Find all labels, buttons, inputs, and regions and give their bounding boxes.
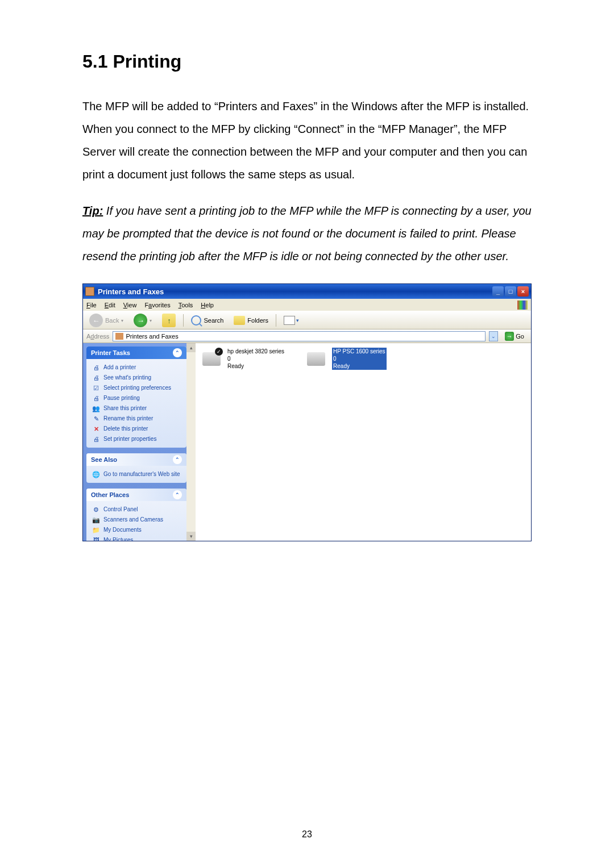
body-paragraph: The MFP will be added to “Printers and F… xyxy=(82,95,532,186)
back-button: ← Back ▾ xyxy=(85,313,127,328)
sidebar: ▴ ▾ Printer Tasks ⌃ 🖨Add a printer 🖨See … xyxy=(83,343,196,541)
panel-see-also: See Also ⌃ 🌐Go to manufacturer's Web sit… xyxy=(86,453,186,483)
up-folder-icon xyxy=(162,314,176,327)
titlebar: Printers and Faxes _ □ × xyxy=(83,284,531,299)
panel-title: See Also xyxy=(91,456,117,463)
link-my-pictures[interactable]: 🖼My Pictures xyxy=(92,535,181,541)
link-scanners[interactable]: 📷Scanners and Cameras xyxy=(92,515,181,525)
task-see-printing[interactable]: 🖨See what's printing xyxy=(92,373,181,383)
printer-name: hp deskjet 3820 series xyxy=(227,348,284,355)
collapse-icon: ⌃ xyxy=(173,490,182,499)
search-icon xyxy=(191,315,201,326)
collapse-icon: ⌃ xyxy=(173,455,182,464)
folders-label: Folders xyxy=(247,317,268,324)
scrollbar-track[interactable] xyxy=(186,352,196,532)
toolbar-separator xyxy=(276,314,276,327)
printer-status: Ready xyxy=(332,362,387,370)
scroll-up-button[interactable]: ▴ xyxy=(186,343,196,352)
menu-view[interactable]: View xyxy=(123,302,137,308)
scroll-down-button[interactable]: ▾ xyxy=(186,532,196,541)
link-manufacturer[interactable]: 🌐Go to manufacturer's Web site xyxy=(92,469,181,479)
address-dropdown[interactable]: ⌄ xyxy=(489,331,498,341)
share-icon: 👥 xyxy=(92,404,100,412)
add-printer-icon: 🖨 xyxy=(92,364,100,372)
menu-favorites[interactable]: Favorites xyxy=(144,302,170,308)
content-area: ▴ ▾ Printer Tasks ⌃ 🖨Add a printer 🖨See … xyxy=(83,343,531,541)
menu-edit[interactable]: Edit xyxy=(105,302,115,308)
documents-icon: 📁 xyxy=(92,526,100,534)
default-check-icon: ✓ xyxy=(215,348,223,356)
addressbar: Address Printers and Faxes ⌄ → Go xyxy=(83,329,531,343)
folders-button[interactable]: Folders xyxy=(230,313,272,328)
search-label: Search xyxy=(204,317,223,324)
windows-flag-icon xyxy=(517,301,528,310)
prefs-icon: ☑ xyxy=(92,384,100,392)
panel-header-see-also[interactable]: See Also ⌃ xyxy=(86,453,186,466)
printer-docs: 0 xyxy=(227,355,284,362)
task-properties[interactable]: 🖨Set printer properties xyxy=(92,434,181,444)
menu-help[interactable]: Help xyxy=(201,302,214,308)
address-value: Printers and Faxes xyxy=(126,333,178,340)
panel-header-printer-tasks[interactable]: Printer Tasks ⌃ xyxy=(86,347,186,359)
control-panel-icon: ⚙ xyxy=(92,506,100,514)
delete-icon: ✕ xyxy=(92,425,100,433)
forward-button[interactable]: → ▾ xyxy=(130,313,156,328)
page-number: 23 xyxy=(0,829,614,840)
folders-icon xyxy=(234,316,245,325)
collapse-icon: ⌃ xyxy=(173,348,182,357)
panel-title: Printer Tasks xyxy=(91,349,130,356)
forward-arrow-icon: → xyxy=(134,314,147,327)
panel-title: Other Places xyxy=(91,491,129,498)
toolbar: ← Back ▾ → ▾ Search Folders xyxy=(83,311,531,329)
panel-printer-tasks: Printer Tasks ⌃ 🖨Add a printer 🖨See what… xyxy=(86,347,186,448)
go-button[interactable]: → Go xyxy=(501,331,528,341)
tip-text: If you have sent a printing job to the M… xyxy=(82,205,532,262)
printer-item-psc1600[interactable]: HP PSC 1600 series 0 Ready xyxy=(307,348,387,370)
printer-icon: ✓ xyxy=(202,348,223,366)
menu-tools[interactable]: Tools xyxy=(179,302,193,308)
menu-file[interactable]: File xyxy=(86,302,97,308)
task-add-printer[interactable]: 🖨Add a printer xyxy=(92,362,181,373)
pause-icon: 🖨 xyxy=(92,394,100,402)
printer-name: HP PSC 1600 series xyxy=(332,348,387,355)
printer-icon xyxy=(307,348,327,366)
main-area: ✓ hp deskjet 3820 series 0 Ready xyxy=(196,343,531,541)
minimize-button[interactable]: _ xyxy=(492,286,504,297)
printer-folder-icon xyxy=(85,287,94,296)
menubar: File Edit View Favorites Tools Help xyxy=(83,299,531,311)
task-pause[interactable]: 🖨Pause printing xyxy=(92,393,181,403)
properties-icon: 🖨 xyxy=(92,435,100,443)
close-button[interactable]: × xyxy=(517,286,529,297)
web-icon: 🌐 xyxy=(92,470,100,478)
pictures-icon: 🖼 xyxy=(92,536,100,541)
views-icon xyxy=(284,316,295,325)
printer-status: Ready xyxy=(227,362,284,370)
views-button[interactable] xyxy=(280,313,299,328)
task-rename[interactable]: ✎Rename this printer xyxy=(92,414,181,424)
address-field[interactable]: Printers and Faxes xyxy=(113,331,486,341)
task-select-prefs[interactable]: ☑Select printing preferences xyxy=(92,383,181,393)
address-folder-icon xyxy=(115,333,123,340)
up-button[interactable] xyxy=(158,313,180,328)
printer-item-deskjet[interactable]: ✓ hp deskjet 3820 series 0 Ready xyxy=(202,348,284,370)
see-printing-icon: 🖨 xyxy=(92,374,100,382)
go-label: Go xyxy=(516,333,524,340)
tip-paragraph: Tip: If you have sent a printing job to … xyxy=(82,199,532,268)
tip-label: Tip: xyxy=(82,205,103,217)
task-delete[interactable]: ✕Delete this printer xyxy=(92,424,181,434)
link-control-panel[interactable]: ⚙Control Panel xyxy=(92,504,181,515)
maximize-button[interactable]: □ xyxy=(505,286,516,297)
go-arrow-icon: → xyxy=(505,332,514,341)
address-label: Address xyxy=(86,333,109,340)
panel-header-other-places[interactable]: Other Places ⌃ xyxy=(86,489,186,501)
link-my-documents[interactable]: 📁My Documents xyxy=(92,525,181,535)
panel-other-places: Other Places ⌃ ⚙Control Panel 📷Scanners … xyxy=(86,489,186,541)
back-label: Back xyxy=(105,317,119,324)
back-arrow-icon: ← xyxy=(89,314,103,327)
screenshot-window: Printers and Faxes _ □ × File Edit View … xyxy=(82,283,532,541)
task-share[interactable]: 👥Share this printer xyxy=(92,403,181,414)
section-heading: 5.1 Printing xyxy=(82,51,532,72)
window-title: Printers and Faxes xyxy=(98,287,492,296)
search-button[interactable]: Search xyxy=(187,313,227,328)
toolbar-separator xyxy=(183,314,184,327)
